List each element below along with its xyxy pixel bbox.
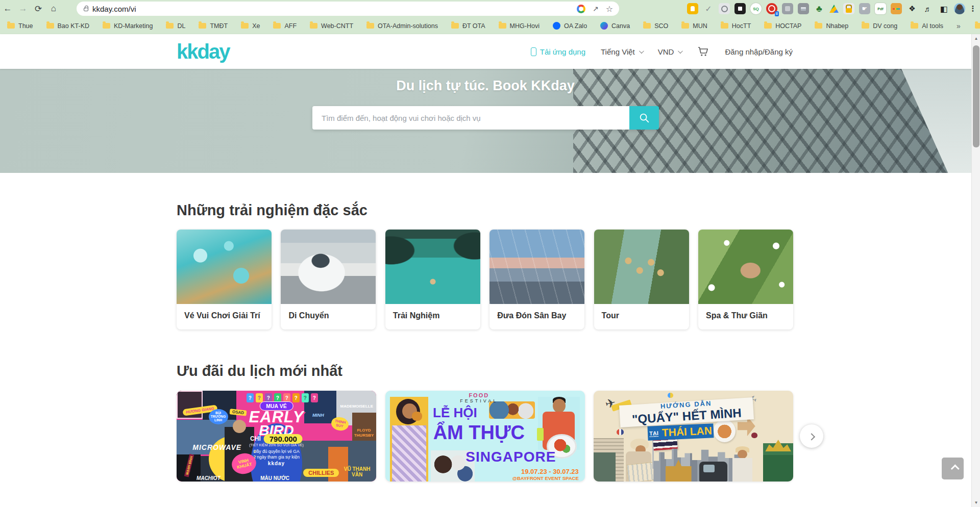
pdf-extension-icon[interactable]: Pdf <box>875 3 886 14</box>
camera-extension-icon[interactable] <box>719 3 730 14</box>
sq-extension-icon[interactable]: SQ <box>750 3 762 14</box>
playlist-extension-icon[interactable]: ♬ <box>922 3 934 14</box>
bookmark-star-icon[interactable]: ☆ <box>606 4 613 14</box>
category-card-tour[interactable]: Tour <box>594 230 689 329</box>
home-icon[interactable]: ⌂ <box>46 4 61 14</box>
bookmark-item[interactable]: ĐT OTA <box>451 22 485 30</box>
back-icon[interactable]: ← <box>0 4 15 14</box>
folder-icon <box>310 23 317 29</box>
bookmark-item[interactable]: Nhabep <box>815 22 848 30</box>
bookmark-label: DV cong <box>873 22 897 30</box>
folder-icon <box>721 23 728 29</box>
canva-icon <box>600 22 608 30</box>
language-selector[interactable]: Tiếng Việt <box>601 47 643 56</box>
login-signup-link[interactable]: Đăng nhập/Đăng ký <box>725 47 793 56</box>
experiences-section-title: Những trải nghiệm đặc sắc <box>177 202 368 219</box>
blocker-extension-icon[interactable]: 8 <box>766 3 777 14</box>
browser-window: ← → ⟳ ⌂ kkday.com/vi ↗ ☆ ✓ SQ 8 ♣ <box>0 0 980 507</box>
bookmark-item[interactable]: TMĐT <box>199 22 228 30</box>
reload-icon[interactable]: ⟳ <box>31 4 46 14</box>
bookmark-item[interactable]: MUN <box>681 22 707 30</box>
browser-menu-icon[interactable]: ⋮ <box>970 3 976 14</box>
share-icon[interactable]: ↗ <box>593 5 599 13</box>
bookmark-label: Xe <box>252 22 260 30</box>
keep-extension-icon[interactable] <box>687 3 698 14</box>
bookmark-item[interactable]: HOCTAP <box>764 22 801 30</box>
folder-extension-icon[interactable] <box>891 3 902 14</box>
card-label: Trải Nghiệm <box>385 304 480 327</box>
bookmark-item[interactable]: Xe <box>241 22 260 30</box>
bookmark-item[interactable]: DV cong <box>862 22 897 30</box>
scroll-to-top-button[interactable] <box>942 458 964 479</box>
site-header: kkday Tải ứng dụng Tiếng Việt VND Đăng n… <box>0 34 980 69</box>
bookmark-item-zalo[interactable]: OA Zalo <box>553 22 587 30</box>
google-icon[interactable] <box>577 5 585 13</box>
bookmark-item[interactable]: SCO <box>643 22 668 30</box>
carousel-next-button[interactable] <box>800 424 823 448</box>
currency-selector[interactable]: VND <box>658 47 682 56</box>
screenshot-extension-icon[interactable] <box>798 3 809 14</box>
bookmark-label: AI tools <box>922 22 943 30</box>
profile-avatar[interactable] <box>954 3 965 14</box>
bookmark-item[interactable]: MHG-Hovi <box>499 22 540 30</box>
browser-toolbar: ← → ⟳ ⌂ kkday.com/vi ↗ ☆ ✓ SQ 8 ♣ <box>0 0 980 17</box>
download-app-link[interactable]: Tải ứng dụng <box>531 47 585 56</box>
address-bar[interactable]: kkday.com/vi ↗ ☆ <box>77 2 619 16</box>
folder-icon <box>7 23 15 29</box>
bookmark-item[interactable]: DL <box>166 22 185 30</box>
search-button[interactable] <box>629 106 659 130</box>
contrast-extension-icon[interactable]: ◧ <box>938 3 949 14</box>
browser-chrome: ← → ⟳ ⌂ kkday.com/vi ↗ ☆ ✓ SQ 8 ♣ <box>0 0 980 34</box>
gray-extension-icon[interactable] <box>782 3 793 14</box>
category-card-airport-transfer[interactable]: Đưa Đón Sân Bay <box>489 230 584 329</box>
category-card-amusement[interactable]: Vé Vui Chơi Giải Trí <box>177 230 272 329</box>
folder-icon <box>273 23 281 29</box>
promo-banner-thailand-guide[interactable]: ✈ ✈ HƯỚNG DẪN "QUẨY" HẾT MÌNH TẠI THÁI L… <box>594 391 793 481</box>
drive-extension-icon[interactable] <box>829 5 839 13</box>
scrollbar-down-arrow[interactable]: ▼ <box>972 498 980 507</box>
bookmarks-overflow-icon[interactable]: » <box>957 22 961 30</box>
bookmark-item[interactable]: HocTT <box>721 22 751 30</box>
bookmark-item[interactable]: Bao KT-KD <box>46 22 90 30</box>
kkday-logo[interactable]: kkday <box>177 40 229 63</box>
search-bar <box>312 106 659 130</box>
bookmark-item[interactable]: KD-Marketing <box>103 22 153 30</box>
forward-icon[interactable]: → <box>15 4 31 14</box>
tree-extension-icon[interactable]: ♣ <box>814 3 825 14</box>
lock-icon[interactable] <box>84 8 88 11</box>
cart-button[interactable] <box>697 45 709 58</box>
category-card-spa[interactable]: Spa & Thư Giãn <box>698 230 793 329</box>
folder-icon <box>166 23 174 29</box>
zalo-icon <box>553 22 560 30</box>
search-input[interactable] <box>312 106 629 130</box>
bookmark-item[interactable]: AFF <box>273 22 297 30</box>
lagoon-image <box>385 230 480 304</box>
category-card-experience[interactable]: Trải Nghiệm <box>385 230 480 329</box>
screen-capture-extension-icon[interactable] <box>734 3 746 14</box>
password-extension-icon[interactable] <box>843 3 854 14</box>
bookmark-item[interactable]: AI tools <box>911 22 943 30</box>
page-scrollbar[interactable]: ▲ ▼ <box>971 34 980 507</box>
hand-extension-icon[interactable]: ☛ <box>859 3 870 14</box>
promo-banner-music-festival[interactable]: ???????? MUA VÉ EARLY BIRD CHỈ790.000 (T… <box>177 391 376 481</box>
card-label: Tour <box>594 304 689 327</box>
food-logo: FOOD <box>469 392 489 398</box>
bookmark-label: DL <box>177 22 185 30</box>
url-text[interactable]: kkday.com/vi <box>92 5 577 13</box>
promo-banner-food-festival[interactable]: FOOD FESTIVAL LỄ HỘI ẨM THỰC SINGAPORE 1… <box>385 391 585 481</box>
bookmark-label: Nhabep <box>826 22 848 30</box>
other-bookmarks[interactable]: Other bookmarks <box>975 22 980 30</box>
bookmark-item[interactable]: Thue <box>7 22 33 30</box>
artist-label: FLOYD THURSBY <box>353 428 375 438</box>
bookmark-item[interactable]: OTA-Admin-solutions <box>366 22 438 30</box>
scrollbar-thumb[interactable] <box>973 45 979 147</box>
hero-banner: Du lịch tự túc. Book KKday <box>0 69 971 173</box>
bookmark-item-canva[interactable]: Canva <box>600 22 630 30</box>
scrollbar-up-arrow[interactable]: ▲ <box>972 34 980 43</box>
check-extension-icon[interactable]: ✓ <box>703 3 714 14</box>
category-card-transport[interactable]: Di Chuyển <box>281 230 376 329</box>
bookmark-item[interactable]: Web-CNTT <box>310 22 353 30</box>
van-image <box>281 230 376 304</box>
artist-label: CHILLIES <box>303 469 339 477</box>
puzzle-extensions-icon[interactable]: ❖ <box>906 3 918 14</box>
